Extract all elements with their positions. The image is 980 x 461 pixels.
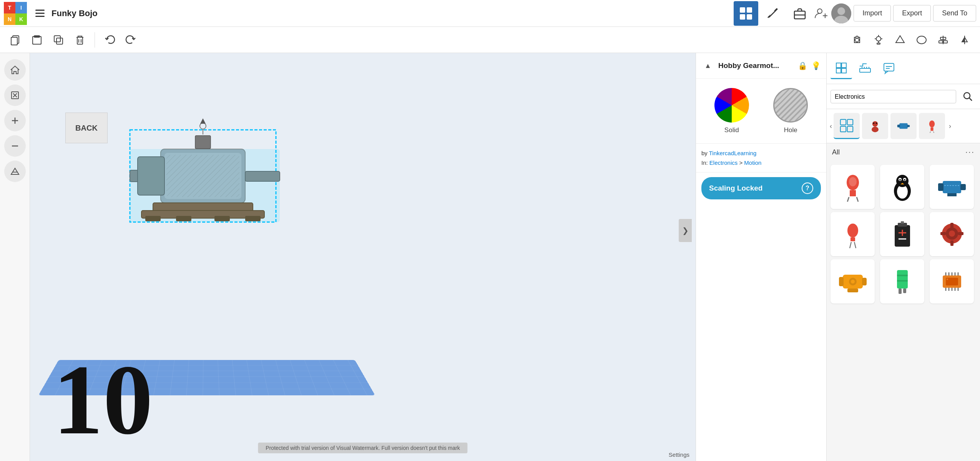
section-more-button[interactable]: ··· — [965, 147, 975, 157]
copy-button[interactable] — [5, 30, 25, 50]
hole-option[interactable]: Hole — [773, 88, 808, 134]
category-select[interactable]: Electronics — [831, 90, 956, 103]
component-motor-yellow[interactable] — [831, 259, 875, 303]
scaling-help-button[interactable]: ? — [802, 182, 813, 194]
hamburger-line — [35, 13, 45, 14]
thumb-leds[interactable] — [919, 113, 945, 139]
gearmotor-object[interactable] — [107, 114, 299, 245]
svg-point-8 — [817, 9, 822, 13]
svg-point-81 — [964, 93, 970, 99]
camera-view-button[interactable] — [847, 30, 867, 50]
svg-marker-53 — [200, 118, 206, 124]
inspector-collapse-button[interactable]: ▲ — [701, 59, 714, 72]
settings-bar[interactable]: Settings — [663, 448, 696, 461]
redo-button[interactable] — [121, 30, 141, 50]
svg-line-96 — [930, 131, 931, 133]
user-avatar[interactable] — [831, 3, 851, 23]
logo-t: T — [4, 2, 15, 13]
inspector-bulb-button[interactable]: 💡 — [811, 61, 821, 70]
suitcase-button[interactable] — [787, 1, 812, 26]
solid-option[interactable]: Solid — [714, 88, 749, 134]
hamburger-menu-button[interactable] — [32, 6, 48, 21]
sidebar-search-row: Electronics — [827, 84, 980, 109]
component-thumbnails: ‹ — [827, 109, 980, 143]
component-led-red[interactable] — [831, 165, 875, 209]
svg-rect-78 — [884, 63, 894, 71]
svg-rect-2 — [740, 14, 745, 20]
category-link[interactable]: Electronics — [709, 159, 737, 166]
zoom-in-button[interactable] — [4, 110, 26, 131]
svg-rect-83 — [840, 119, 846, 124]
svg-rect-136 — [847, 289, 858, 292]
home-button[interactable] — [4, 59, 26, 81]
grid-view-button[interactable] — [734, 1, 758, 26]
align-button[interactable] — [933, 30, 953, 50]
mirror-button[interactable] — [955, 30, 975, 50]
duplicate-button[interactable] — [48, 30, 68, 50]
thumb-motors[interactable] — [890, 113, 917, 139]
component-motor-red[interactable] — [930, 212, 974, 256]
zoom-out-button[interactable] — [4, 135, 26, 157]
arrow-separator: > — [739, 159, 744, 166]
thumbnails-right-arrow[interactable]: › — [949, 113, 951, 139]
pickaxe-icon — [766, 7, 780, 20]
svg-rect-38 — [943, 41, 947, 43]
svg-point-156 — [947, 279, 948, 280]
fit-view-button[interactable] — [4, 85, 26, 106]
inspector-header: ▲ Hobby Gearmot... 🔒 💡 — [696, 53, 826, 79]
svg-line-97 — [933, 131, 934, 133]
logo-k: K — [15, 13, 27, 25]
svg-rect-3 — [747, 14, 752, 20]
paste-button[interactable] — [27, 30, 47, 50]
svg-point-89 — [873, 123, 875, 124]
pickaxe-button[interactable] — [761, 1, 785, 26]
inspector-lock-button[interactable]: 🔒 — [798, 61, 807, 70]
component-battery[interactable] — [880, 212, 924, 256]
avatar-image — [831, 3, 851, 23]
perspective-button[interactable] — [4, 161, 26, 182]
thumb-all[interactable] — [834, 113, 860, 139]
shape-button[interactable] — [890, 30, 910, 50]
measure-icon — [859, 62, 871, 75]
undo-button[interactable] — [100, 30, 120, 50]
svg-rect-0 — [740, 7, 745, 13]
component-led-pin[interactable] — [831, 212, 875, 256]
svg-rect-84 — [847, 119, 853, 124]
svg-marker-33 — [896, 36, 904, 43]
viewport[interactable]: BACK — [30, 53, 696, 461]
sidebar-chat-button[interactable] — [878, 58, 900, 79]
component-motor-blue[interactable] — [930, 165, 974, 209]
inspector-meta: by TinkercadLearning In: Electronics > M… — [696, 144, 826, 172]
svg-point-105 — [896, 175, 909, 187]
subcategory-link[interactable]: Motion — [744, 159, 761, 166]
sidebar-measure-button[interactable] — [854, 58, 876, 79]
tinkercad-logo[interactable]: T I N K — [4, 2, 27, 25]
svg-rect-95 — [930, 128, 933, 131]
send-to-button[interactable]: Send To — [933, 5, 976, 22]
search-button[interactable] — [959, 88, 976, 105]
svg-point-26 — [856, 36, 858, 38]
import-button[interactable]: Import — [854, 5, 891, 22]
project-title[interactable]: Funky Bojo — [51, 8, 98, 18]
sidebar-grid-button[interactable] — [831, 58, 852, 79]
thumb-characters[interactable] — [862, 113, 888, 139]
expand-arrow-button[interactable]: ❯ — [679, 219, 692, 242]
svg-rect-132 — [958, 232, 963, 235]
component-penguin[interactable] — [880, 165, 924, 209]
oval-button[interactable] — [912, 30, 932, 50]
light-button[interactable] — [869, 30, 889, 50]
scaling-locked-banner[interactable]: Scaling Locked ? — [701, 177, 821, 199]
inspector-title: Hobby Gearmot... — [718, 61, 794, 70]
thumbnails-left-arrow[interactable]: ‹ — [830, 113, 832, 139]
delete-button[interactable] — [70, 30, 90, 50]
svg-rect-67 — [130, 149, 280, 222]
component-chip-orange[interactable] — [930, 259, 974, 303]
user-area[interactable] — [814, 3, 851, 23]
author-link[interactable]: TinkercadLearning — [709, 150, 757, 156]
component-capacitor-green[interactable] — [880, 259, 924, 303]
export-button[interactable]: Export — [893, 5, 931, 22]
toolbar — [0, 27, 980, 53]
hole-label: Hole — [784, 126, 797, 134]
svg-point-116 — [847, 224, 858, 237]
character-thumb-icon — [868, 119, 882, 133]
